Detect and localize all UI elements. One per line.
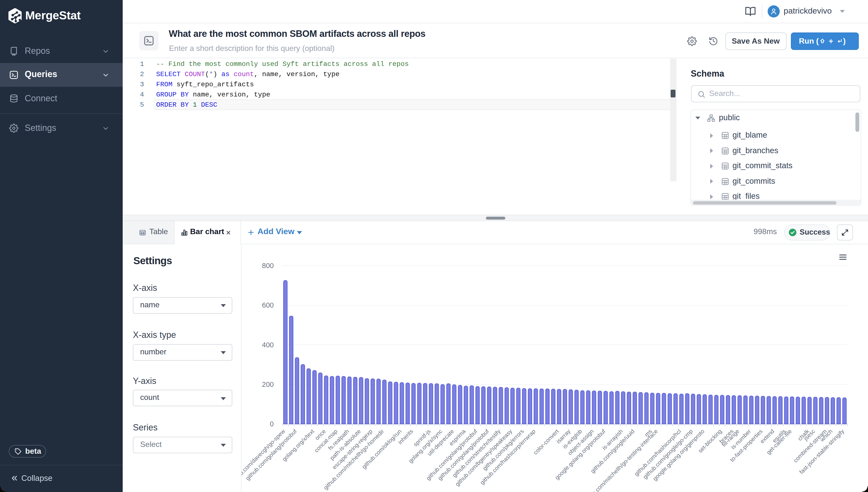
- svg-text:200: 200: [262, 380, 274, 388]
- svg-text:600: 600: [262, 301, 274, 309]
- svg-text:0: 0: [270, 420, 274, 428]
- svg-text:golang.org/x/text: golang.org/x/text: [281, 428, 315, 462]
- svg-text:github.com/hashicorp/hcl: github.com/hashicorp/hcl: [633, 428, 682, 477]
- svg-text:400: 400: [262, 341, 274, 349]
- svg-text:800: 800: [262, 262, 274, 270]
